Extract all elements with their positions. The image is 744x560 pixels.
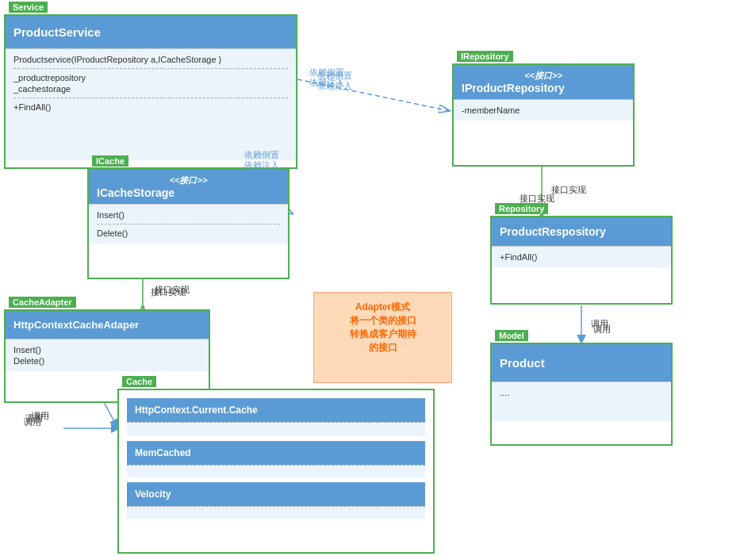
- repository-class-name: ProductRespository: [492, 217, 671, 246]
- service-body-item-2: _productrepository: [13, 72, 288, 83]
- icache-body-item-2: Delete(): [97, 228, 280, 239]
- svg-line-19: [103, 401, 116, 424]
- cacheadapter-body-item-1: Insert(): [13, 344, 201, 355]
- repository-box: Repository ProductRespository +FindAll(): [490, 216, 673, 305]
- cacheadapter-body-item-2: Delete(): [13, 355, 201, 366]
- repository-body-item-1: +FindAll(): [500, 251, 663, 263]
- service-body-item-1: Productservice(IProductRepository a,ICac…: [13, 54, 288, 65]
- icache-class-name: <<接口>> ICacheStorage: [89, 170, 288, 204]
- irepository-name: IProductRepository: [462, 82, 625, 94]
- model-box: Model Product ....: [490, 343, 673, 446]
- model-body: ....: [492, 382, 671, 421]
- icache-body: Insert() Delete(): [89, 204, 288, 244]
- icache-stereotype: <<接口>>: [97, 175, 280, 186]
- model-class-name: Product: [492, 344, 671, 382]
- service-body: Productservice(IProductRepository a,ICac…: [6, 48, 296, 160]
- service-body-item-3: _cachestorage: [13, 83, 288, 94]
- diagram-container: 依赖倒置 依赖注入 依赖倒置 依赖注入 接口实现 接口实现 调用 调用 调用 S…: [0, 0, 744, 560]
- interface-impl-label-2: 接口实现: [520, 193, 554, 205]
- call-label-2: 调用: [25, 412, 43, 424]
- call-label-1: 调用: [593, 324, 611, 336]
- cacheadapter-class-name: HttpContextCacheAdaper: [6, 311, 209, 339]
- cache-item-1-header: HttpContext.Current.Cache: [127, 398, 425, 422]
- irepository-body-item-1: -memberName: [462, 105, 625, 116]
- service-label: Service: [9, 2, 48, 13]
- icache-body-item-1: Insert(): [97, 209, 280, 221]
- service-divider2: [13, 98, 288, 98]
- repository-body: +FindAll(): [492, 246, 671, 267]
- annotation-box: Adapter模式将一个类的接口转换成客户期待的接口: [313, 292, 452, 383]
- annotation-text: Adapter模式将一个类的接口转换成客户期待的接口: [322, 301, 443, 355]
- icache-divider: [97, 224, 280, 224]
- repository-label: Repository: [495, 203, 548, 214]
- cache-item-3-body: [127, 506, 425, 519]
- cache-item-2-body: [127, 465, 425, 478]
- service-box: Service ProductService Productservice(IP…: [4, 14, 297, 169]
- cache-item-1-body: [127, 422, 425, 436]
- icache-name: ICacheStorage: [97, 186, 280, 199]
- icache-label: ICache: [92, 155, 128, 167]
- irepository-stereotype: <<接口>>: [462, 70, 625, 82]
- service-class-name: ProductService: [6, 16, 296, 48]
- cache-box: Cache HttpContext.Current.Cache MemCache…: [117, 389, 435, 554]
- cache-label: Cache: [122, 376, 156, 387]
- irepository-label: IRepository: [457, 51, 513, 62]
- cache-item-2-header: MemCached: [127, 441, 425, 465]
- irepository-body: -memberName: [454, 99, 633, 121]
- irepository-class-name: <<接口>> IProductRepository: [454, 65, 633, 99]
- icache-box: ICache <<接口>> ICacheStorage Insert() Del…: [87, 168, 290, 279]
- depends-label-4: 依赖注入: [244, 159, 279, 171]
- irepository-box: IRepository <<接口>> IProductRepository -m…: [452, 63, 635, 167]
- interface-impl-label-1: 接口实现: [155, 284, 190, 296]
- service-body-item-4: +FindAll(): [13, 102, 288, 113]
- cache-item-3-header: Velocity: [127, 482, 425, 506]
- svg-text:接口实现: 接口实现: [551, 185, 586, 194]
- cacheadapter-label: CacheAdapter: [9, 297, 76, 308]
- depends-label-2: 依赖注入: [317, 80, 352, 92]
- service-divider: [13, 68, 288, 69]
- model-label: Model: [495, 330, 528, 341]
- model-body-item-1: ....: [500, 387, 663, 398]
- cacheadapter-body: Insert() Delete(): [6, 339, 209, 371]
